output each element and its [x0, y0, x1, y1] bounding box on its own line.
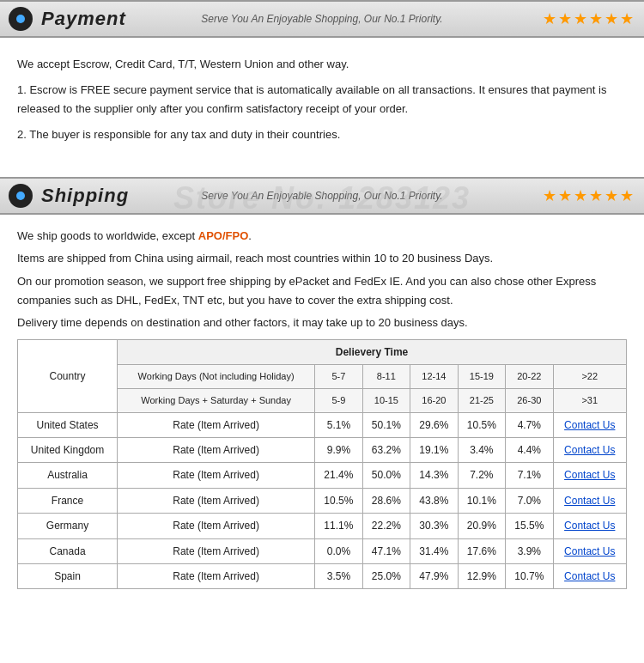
rate-value-cell: 7.1%: [506, 463, 553, 488]
country-header: Country: [18, 339, 118, 412]
subrow-val-1-1: 8-11: [362, 365, 410, 389]
shipping-line-4: Delivery time depends on destination and…: [17, 313, 627, 332]
contact-us-link[interactable]: Contact Us: [553, 514, 626, 538]
payment-line-3: 2. The buyer is responsible for any tax …: [17, 125, 627, 144]
subrow-val-1-0: 5-7: [315, 365, 362, 389]
subrow-val-2-0: 5-9: [315, 388, 362, 412]
rate-label-cell: Rate (Item Arrived): [118, 438, 315, 463]
shipping-icon: [9, 184, 33, 208]
contact-us-link[interactable]: Contact Us: [553, 412, 626, 437]
table-row: GermanyRate (Item Arrived)11.1%22.2%30.3…: [18, 514, 627, 538]
rate-value-cell: 14.3%: [410, 463, 458, 488]
rate-value-cell: 47.9%: [410, 563, 458, 588]
subrow-val-1-5: >22: [553, 365, 626, 389]
rate-value-cell: 10.7%: [506, 563, 553, 588]
shipping-header: Shipping Serve You An Enjoyable Shopping…: [0, 177, 644, 215]
payment-header: Payment Serve You An Enjoyable Shopping,…: [0, 0, 644, 38]
rate-value-cell: 4.4%: [506, 438, 553, 463]
payment-line-2: 1. Escrow is FREE secure payment service…: [17, 81, 627, 119]
country-cell: Australia: [18, 463, 118, 488]
contact-us-link[interactable]: Contact Us: [553, 463, 626, 488]
rate-value-cell: 7.0%: [506, 488, 553, 513]
rate-value-cell: 31.4%: [410, 538, 458, 563]
subrow-val-2-1: 10-15: [362, 388, 410, 412]
rate-value-cell: 4.7%: [506, 412, 553, 437]
rate-value-cell: 50.0%: [362, 463, 410, 488]
subrow-val-1-4: 20-22: [506, 365, 553, 389]
shipping-line-1: We ship goods to worldwide, except APO/F…: [17, 227, 627, 246]
rate-value-cell: 63.2%: [362, 438, 410, 463]
rate-label-cell: Rate (Item Arrived): [118, 563, 315, 588]
payment-content: We accept Escrow, Credit Card, T/T, West…: [0, 38, 644, 177]
rate-value-cell: 43.8%: [410, 488, 458, 513]
country-cell: Germany: [18, 514, 118, 538]
rate-value-cell: 10.5%: [315, 488, 362, 513]
rate-value-cell: 19.1%: [410, 438, 458, 463]
rate-label-cell: Rate (Item Arrived): [118, 488, 315, 513]
rate-value-cell: 47.1%: [362, 538, 410, 563]
apo-fpo-highlight: APO/FPO: [198, 229, 249, 242]
shipping-table: Country Delievery Time Working Days (Not…: [17, 339, 627, 590]
rate-label-cell: Rate (Item Arrived): [118, 412, 315, 437]
shipping-subtitle: Serve You An Enjoyable Shopping, Our No.…: [201, 190, 442, 202]
payment-section: Payment Serve You An Enjoyable Shopping,…: [0, 0, 644, 177]
rate-value-cell: 17.6%: [458, 538, 505, 563]
country-cell: Spain: [18, 563, 118, 588]
rate-value-cell: 3.5%: [315, 563, 362, 588]
country-cell: United States: [18, 412, 118, 437]
subrow-val-1-2: 12-14: [410, 365, 458, 389]
rate-value-cell: 3.9%: [506, 538, 553, 563]
payment-icon: [9, 7, 33, 31]
subrow-val-2-2: 16-20: [410, 388, 458, 412]
shipping-section: Shipping Serve You An Enjoyable Shopping…: [0, 177, 644, 610]
rate-value-cell: 9.9%: [315, 438, 362, 463]
contact-us-link[interactable]: Contact Us: [553, 488, 626, 513]
shipping-stars: ★★★★★★: [543, 186, 635, 205]
table-row: CanadaRate (Item Arrived)0.0%47.1%31.4%1…: [18, 538, 627, 563]
shipping-line-3: On our promotion season, we support free…: [17, 272, 627, 310]
delivery-time-header: Delievery Time: [118, 339, 627, 364]
rate-value-cell: 22.2%: [362, 514, 410, 538]
subrow-val-2-3: 21-25: [458, 388, 505, 412]
table-row: AustraliaRate (Item Arrived)21.4%50.0%14…: [18, 463, 627, 488]
shipping-content: We ship goods to worldwide, except APO/F…: [0, 215, 644, 610]
rate-label-cell: Rate (Item Arrived): [118, 538, 315, 563]
subrow-val-2-5: >31: [553, 388, 626, 412]
subrow-label-1: Working Days (Not including Holiday): [118, 365, 315, 389]
contact-us-link[interactable]: Contact Us: [553, 563, 626, 588]
rate-value-cell: 28.6%: [362, 488, 410, 513]
shipping-line-2: Items are shipped from China using airma…: [17, 249, 627, 268]
subrow-val-2-4: 26-30: [506, 388, 553, 412]
payment-title: Payment: [41, 8, 126, 30]
country-cell: France: [18, 488, 118, 513]
table-row: United StatesRate (Item Arrived)5.1%50.1…: [18, 412, 627, 437]
rate-label-cell: Rate (Item Arrived): [118, 514, 315, 538]
rate-value-cell: 0.0%: [315, 538, 362, 563]
rate-value-cell: 50.1%: [362, 412, 410, 437]
rate-value-cell: 15.5%: [506, 514, 553, 538]
rate-value-cell: 21.4%: [315, 463, 362, 488]
shipping-title: Shipping: [41, 185, 129, 207]
rate-value-cell: 20.9%: [458, 514, 505, 538]
rate-value-cell: 10.1%: [458, 488, 505, 513]
country-cell: United Kingdom: [18, 438, 118, 463]
subrow-val-1-3: 15-19: [458, 365, 505, 389]
rate-value-cell: 30.3%: [410, 514, 458, 538]
payment-stars: ★★★★★★: [543, 9, 635, 28]
country-cell: Canada: [18, 538, 118, 563]
rate-value-cell: 11.1%: [315, 514, 362, 538]
contact-us-link[interactable]: Contact Us: [553, 538, 626, 563]
subrow-label-2: Working Days + Saturday + Sunday: [118, 388, 315, 412]
rate-value-cell: 10.5%: [458, 412, 505, 437]
rate-value-cell: 5.1%: [315, 412, 362, 437]
rate-value-cell: 3.4%: [458, 438, 505, 463]
rate-label-cell: Rate (Item Arrived): [118, 463, 315, 488]
rate-value-cell: 29.6%: [410, 412, 458, 437]
rate-value-cell: 25.0%: [362, 563, 410, 588]
table-row: SpainRate (Item Arrived)3.5%25.0%47.9%12…: [18, 563, 627, 588]
payment-line-1: We accept Escrow, Credit Card, T/T, West…: [17, 55, 627, 74]
payment-subtitle: Serve You An Enjoyable Shopping, Our No.…: [201, 13, 442, 25]
table-row: FranceRate (Item Arrived)10.5%28.6%43.8%…: [18, 488, 627, 513]
table-row: United KingdomRate (Item Arrived)9.9%63.…: [18, 438, 627, 463]
contact-us-link[interactable]: Contact Us: [553, 438, 626, 463]
